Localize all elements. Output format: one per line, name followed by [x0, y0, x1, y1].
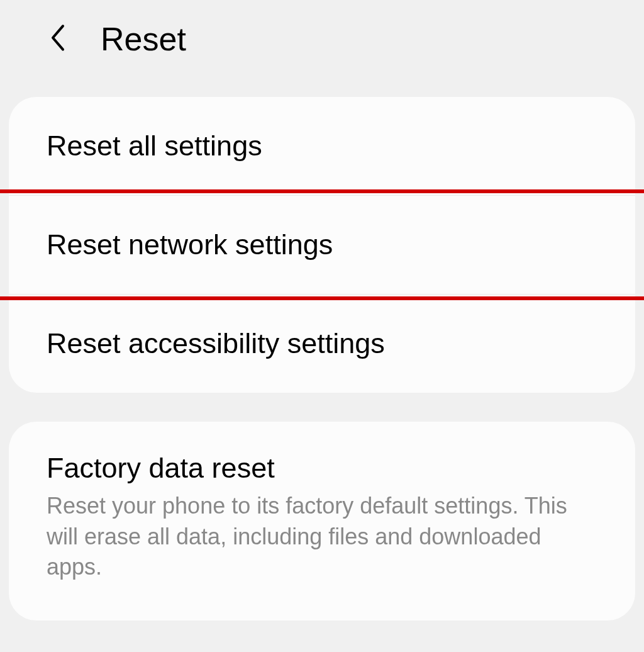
chevron-left-icon — [48, 23, 68, 55]
item-title: Reset network settings — [47, 228, 597, 261]
item-title: Reset accessibility settings — [47, 327, 597, 360]
reset-network-settings-item[interactable]: Reset network settings — [9, 196, 635, 295]
item-title: Factory data reset — [47, 452, 597, 485]
back-button[interactable] — [45, 26, 70, 52]
reset-options-group: Reset all settings Reset network setting… — [9, 97, 635, 393]
reset-all-settings-item[interactable]: Reset all settings — [9, 97, 635, 196]
factory-data-reset-item[interactable]: Factory data reset Reset your phone to i… — [9, 422, 635, 621]
reset-accessibility-settings-item[interactable]: Reset accessibility settings — [9, 295, 635, 393]
factory-reset-group: Factory data reset Reset your phone to i… — [9, 422, 635, 621]
page-header: Reset — [0, 0, 644, 78]
item-title: Reset all settings — [47, 130, 597, 162]
item-subtitle: Reset your phone to its factory default … — [47, 491, 597, 583]
page-title: Reset — [101, 20, 186, 58]
